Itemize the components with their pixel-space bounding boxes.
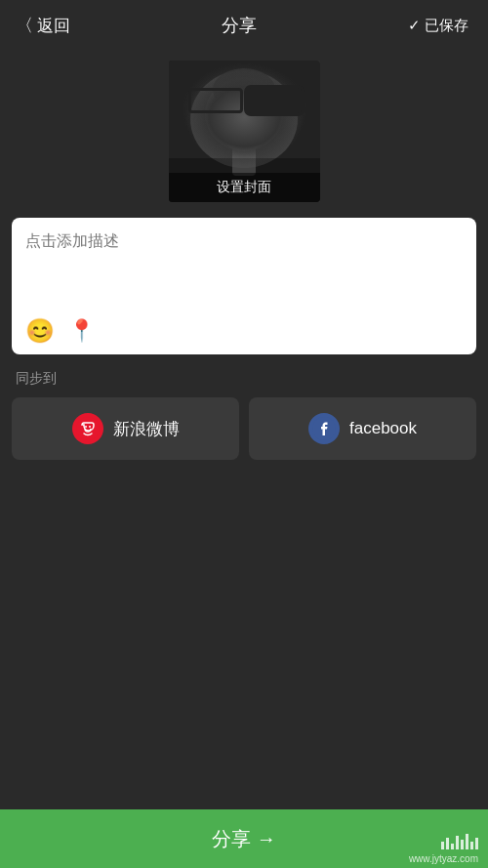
- saved-label: 已保存: [425, 17, 468, 35]
- cover-section: 设置封面: [0, 51, 488, 218]
- share-button[interactable]: 分享 → www.jytyaz.com: [0, 809, 488, 868]
- sync-buttons: 新浪微博 facebook: [0, 397, 488, 460]
- cover-label[interactable]: 设置封面: [169, 173, 320, 202]
- svg-point-15: [76, 417, 100, 440]
- weibo-svg: [76, 417, 100, 440]
- svg-rect-8: [216, 107, 239, 124]
- svg-point-3: [215, 83, 273, 151]
- svg-point-1: [190, 70, 298, 168]
- weibo-icon: [72, 413, 103, 444]
- sync-label: 同步到: [0, 354, 488, 397]
- svg-rect-9: [249, 107, 272, 124]
- svg-point-2: [205, 77, 283, 151]
- description-section: 😊 📍: [12, 218, 476, 354]
- description-toolbar: 😊 📍: [25, 317, 463, 345]
- facebook-label: facebook: [349, 419, 417, 438]
- share-label: 分享 →: [212, 826, 276, 852]
- back-button[interactable]: 〈 返回: [16, 14, 70, 37]
- watermark-bars-icon: [441, 834, 478, 849]
- page-title: 分享: [222, 14, 257, 37]
- facebook-icon: [308, 413, 340, 444]
- description-input[interactable]: [25, 231, 463, 310]
- back-label: 返回: [37, 15, 70, 37]
- location-icon[interactable]: 📍: [68, 318, 95, 344]
- svg-point-6: [267, 107, 279, 127]
- saved-status: ✓ 已保存: [408, 17, 468, 35]
- svg-point-16: [85, 426, 87, 428]
- svg-point-13: [239, 122, 249, 136]
- chevron-left-icon: 〈: [16, 14, 33, 37]
- svg-point-17: [89, 426, 91, 428]
- header: 〈 返回 分享 ✓ 已保存: [0, 0, 488, 51]
- watermark-text: www.jytyaz.com: [409, 853, 478, 864]
- watermark: www.jytyaz.com: [409, 834, 478, 864]
- check-icon: ✓: [408, 17, 421, 34]
- weibo-sync-button[interactable]: 新浪微博: [12, 397, 239, 460]
- svg-point-5: [209, 107, 221, 127]
- svg-point-4: [213, 68, 275, 111]
- svg-rect-7: [232, 146, 256, 176]
- emoji-icon[interactable]: 😊: [25, 317, 55, 345]
- weibo-label: 新浪微博: [113, 418, 180, 440]
- facebook-svg: [312, 417, 336, 440]
- cover-wrapper[interactable]: 设置封面: [169, 61, 320, 202]
- facebook-sync-button[interactable]: facebook: [249, 397, 476, 460]
